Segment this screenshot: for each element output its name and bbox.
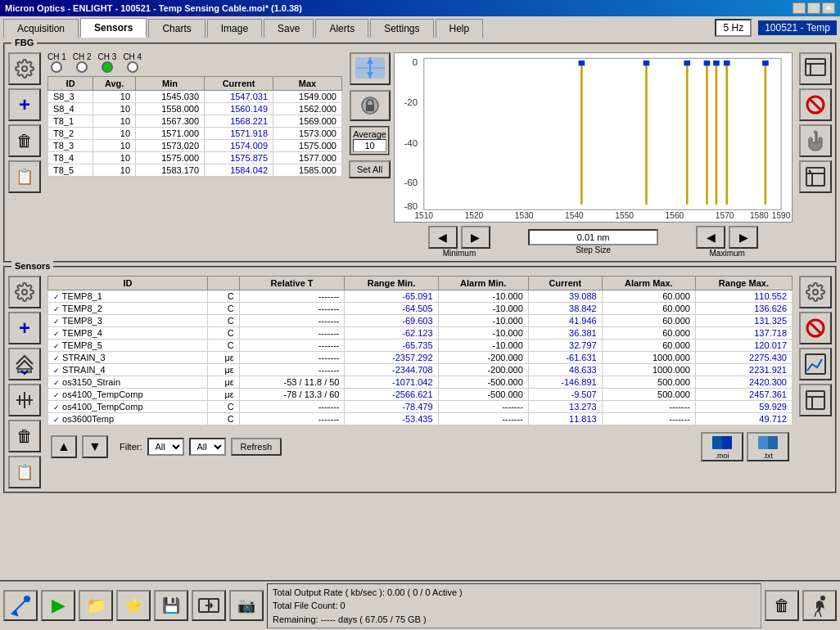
- fbg-min: 1558.000: [136, 103, 205, 115]
- ch3-group[interactable]: CH 3: [98, 52, 117, 73]
- svg-rect-7: [366, 105, 374, 111]
- play-button[interactable]: ▶: [41, 590, 75, 621]
- fbg-avg: 10: [93, 128, 136, 140]
- tab-save[interactable]: Save: [264, 19, 314, 38]
- s-rangemax: 59.929: [695, 401, 792, 413]
- s-unit: C: [208, 303, 240, 315]
- min-left-button[interactable]: ◀: [428, 226, 458, 249]
- fbg-cancel-button[interactable]: [799, 88, 832, 121]
- sensors-settings2-button[interactable]: [799, 276, 832, 308]
- sensors-add-button[interactable]: +: [8, 312, 41, 344]
- sensors-table-row: ✓ os4100_TempComp με -78 / 13.3 / 60 -25…: [48, 389, 793, 401]
- s-current: 41.946: [528, 315, 602, 327]
- s-unit: C: [208, 413, 240, 425]
- delete-data-button[interactable]: 🗑: [765, 590, 799, 621]
- filter-select-2[interactable]: All: [189, 438, 226, 456]
- transfer-button[interactable]: [192, 590, 226, 621]
- fbg-table-row: S8_4 10 1558.000 1560.149 1562.000: [48, 103, 342, 115]
- fbg-add-button[interactable]: +: [8, 88, 41, 121]
- fbg-right-panel: [799, 52, 832, 193]
- col-avg: Avg.: [93, 77, 136, 91]
- fbg-copy-button[interactable]: 📋: [8, 160, 41, 193]
- export-txt-button[interactable]: .txt: [747, 432, 789, 461]
- folder-button[interactable]: 📁: [79, 590, 113, 621]
- step-size-display: 0.01 nm: [528, 229, 659, 245]
- sensors-next-button[interactable]: ▼: [82, 435, 108, 458]
- svg-rect-63: [806, 354, 825, 374]
- sensors-table-row: ✓ os3600Temp C ------- -53.435 ------- 1…: [48, 413, 793, 425]
- filter-select-1[interactable]: All: [147, 438, 184, 456]
- sensors-delete-button[interactable]: 🗑: [8, 420, 41, 452]
- s-alarmmax: 1000.000: [602, 364, 695, 376]
- ch4-group[interactable]: CH 4: [123, 52, 142, 73]
- walk-button[interactable]: [802, 590, 837, 621]
- export-moi-button[interactable]: .moi: [701, 432, 743, 461]
- fbg-table-row: T8_3 10 1573.020 1574.009 1575.000: [48, 140, 342, 152]
- max-left-button[interactable]: ◀: [696, 226, 725, 249]
- tab-alerts[interactable]: Alerts: [315, 19, 368, 38]
- ch3-radio[interactable]: [102, 61, 113, 73]
- sensors-cancel2-button[interactable]: [799, 312, 832, 344]
- fbg-hand-button[interactable]: [799, 124, 832, 157]
- s-col-id: ID: [48, 277, 208, 290]
- svg-text:1520: 1520: [465, 211, 484, 220]
- s-current: 11.813: [528, 413, 602, 425]
- ch2-radio[interactable]: [76, 61, 88, 73]
- min-right-button[interactable]: ▶: [461, 226, 490, 249]
- fbg-min: 1571.000: [136, 128, 205, 140]
- menu-bar: Acquisition Sensors Charts Image Save Al…: [0, 16, 840, 39]
- sensors-table-row: ✓ TEMP8_4 C ------- -62.123 -10.000 36.3…: [48, 327, 793, 340]
- sensors-offset-button[interactable]: [8, 348, 41, 380]
- max-right-button[interactable]: ▶: [729, 226, 758, 249]
- window-controls[interactable]: _ □ ✕: [793, 2, 835, 14]
- svg-point-0: [22, 66, 27, 71]
- fbg-id: T8_1: [48, 115, 93, 128]
- tab-charts[interactable]: Charts: [148, 19, 205, 38]
- sensors-zoom-button[interactable]: [8, 384, 41, 416]
- tab-sensors[interactable]: Sensors: [80, 18, 147, 38]
- s-alarmmax: 60.000: [602, 327, 695, 340]
- close-button[interactable]: ✕: [822, 2, 835, 14]
- ch4-radio[interactable]: [127, 61, 138, 73]
- restore-button[interactable]: □: [807, 2, 820, 14]
- s-current: 39.088: [528, 290, 602, 303]
- fbg-delete-button[interactable]: 🗑: [8, 124, 41, 157]
- ch1-group[interactable]: CH 1: [47, 52, 66, 73]
- camera-button[interactable]: 📷: [229, 590, 264, 621]
- sensors-table: ID Relative T Range Min. Alarm Min. Curr…: [47, 276, 793, 425]
- set-all-button[interactable]: Set All: [349, 160, 391, 178]
- s-unit: C: [208, 401, 240, 413]
- s-col-relt: Relative T: [239, 277, 345, 290]
- s-col-rangemax: Range Max.: [695, 277, 792, 290]
- ch1-radio[interactable]: [51, 61, 62, 73]
- ch2-group[interactable]: CH 2: [73, 52, 92, 73]
- save-button[interactable]: 💾: [154, 590, 188, 621]
- tab-help[interactable]: Help: [436, 19, 484, 38]
- fbg-export-button[interactable]: [799, 160, 832, 193]
- fbg-settings-button[interactable]: [8, 52, 41, 85]
- s-relt: -------: [239, 364, 345, 376]
- fbg-view-button[interactable]: [799, 52, 832, 85]
- tab-image[interactable]: Image: [207, 19, 262, 38]
- tab-acquisition[interactable]: Acquisition: [3, 19, 79, 38]
- svg-rect-33: [684, 61, 691, 65]
- fbg-avg: 10: [93, 164, 136, 177]
- svg-line-62: [811, 323, 820, 333]
- sensors-export2-button[interactable]: [799, 384, 832, 416]
- s-alarmmin: -500.000: [438, 376, 528, 389]
- fbg-icon-panel[interactable]: [350, 52, 391, 85]
- tab-settings[interactable]: Settings: [370, 19, 433, 38]
- sensors-copy-button[interactable]: 📋: [8, 456, 41, 488]
- sensors-chart-button[interactable]: [799, 348, 832, 380]
- output-rate: Total Output Rate ( kb/sec ): 0.00 ( 0 /…: [273, 586, 756, 600]
- filter-label: Filter:: [120, 442, 142, 452]
- s-id: ✓ TEMP8_4: [48, 327, 208, 340]
- sensors-settings-button[interactable]: [8, 276, 41, 308]
- needle-button[interactable]: [3, 590, 38, 621]
- sensors-prev-button[interactable]: ▲: [51, 435, 77, 458]
- minimize-button[interactable]: _: [793, 2, 806, 14]
- refresh-button[interactable]: Refresh: [231, 438, 282, 456]
- star-button[interactable]: ⭐: [116, 590, 151, 621]
- fbg-lock-button[interactable]: [350, 90, 391, 121]
- svg-text:-60: -60: [404, 178, 418, 187]
